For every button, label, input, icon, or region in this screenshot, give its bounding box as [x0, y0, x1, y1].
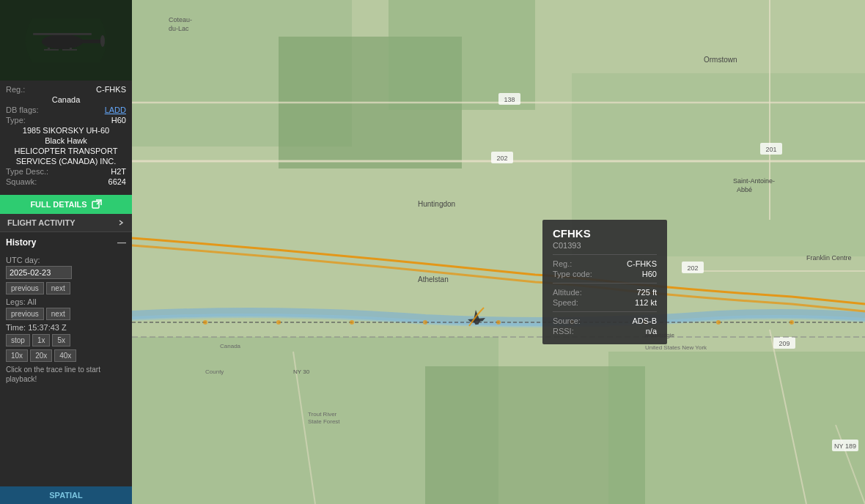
legs-label: Legs: All [6, 297, 126, 306]
popup-reg-label: Reg.: [553, 259, 572, 268]
date-previous-button[interactable]: previous [6, 282, 44, 294]
legs-nav-buttons: previous next [6, 308, 126, 320]
svg-point-1 [42, 34, 83, 49]
popup-alt-label: Altitude: [553, 288, 582, 297]
svg-point-55 [203, 320, 207, 325]
popup-divider-2 [553, 283, 657, 284]
popup-alt-value: 725 ft [636, 288, 657, 297]
legs-next-button[interactable]: next [46, 308, 70, 320]
svg-text:Canada: Canada [220, 343, 241, 349]
svg-text:NY 189: NY 189 [834, 442, 856, 450]
history-collapse-icon[interactable]: — [117, 237, 126, 248]
svg-text:United States   New York: United States New York [645, 344, 707, 351]
popup-type-label: Type code: [553, 270, 592, 278]
popup-rssi-value: n/a [646, 327, 657, 336]
history-header: History — [6, 235, 126, 250]
popup-source-label: Source: [553, 316, 581, 325]
speed-1x-button[interactable]: 1x [32, 334, 51, 346]
date-nav-buttons: previous next [6, 282, 126, 294]
flight-activity-button[interactable]: FLIGHT ACTIVITY [0, 214, 132, 231]
operator2: SERVICES (CANADA) INC. [6, 157, 126, 166]
svg-rect-7 [48, 48, 50, 51]
popup-speed-label: Speed: [553, 298, 578, 307]
svg-point-63 [789, 320, 794, 325]
helicopter-silhouette [22, 18, 110, 62]
svg-text:County: County [205, 368, 224, 375]
svg-text:Franklin Centre: Franklin Centre [806, 254, 852, 262]
speed-40x-button[interactable]: 40x [54, 349, 76, 362]
history-content: UTC day: previous next Legs: All previou… [6, 250, 126, 387]
aircraft-name: 1985 SIKORSKY UH-60 [6, 126, 126, 135]
popup-source-row: Source: ADS-B [553, 316, 657, 325]
popup-divider-1 [553, 254, 657, 255]
reg-row: Reg.: C-FHKS [6, 85, 126, 94]
svg-rect-2 [81, 40, 103, 43]
aircraft-popup: CFHKS C01393 Reg.: C-FHKS Type code: H60… [542, 220, 667, 344]
spatial-label: SPATIAL [49, 491, 82, 500]
svg-point-58 [423, 320, 427, 325]
popup-rssi-row: RSSI: n/a [553, 327, 657, 336]
left-panel: Reg.: C-FHKS Canada DB flags: LADD Type:… [0, 0, 132, 504]
svg-text:Coteau-: Coteau- [169, 16, 192, 23]
full-details-button[interactable]: FULL DETAILS [0, 195, 132, 214]
squawk-value: 6624 [108, 177, 126, 186]
svg-text:Athelstan: Athelstan [418, 275, 449, 284]
history-section: History — UTC day: previous next Legs: A… [0, 231, 132, 390]
playback-note: Click on the trace line to start playbac… [6, 365, 126, 384]
svg-text:201: 201 [765, 146, 776, 153]
svg-rect-4 [33, 33, 92, 35]
svg-text:du-Lac: du-Lac [169, 25, 189, 32]
map-area[interactable]: 202 138 201 202 209 NY 189 NY 30 Ormstow… [132, 0, 865, 504]
operator: HELICOPTER TRANSPORT [6, 147, 126, 155]
popup-type-row: Type code: H60 [553, 270, 657, 278]
squawk-row: Squawk: 6624 [6, 177, 126, 186]
svg-text:209: 209 [778, 340, 789, 347]
type-label: Type: [6, 116, 26, 125]
popup-flight-id: C01393 [553, 241, 657, 250]
stop-button[interactable]: stop [6, 334, 30, 346]
speed-10x-button[interactable]: 10x [6, 349, 28, 362]
flight-activity-label: FLIGHT ACTIVITY [7, 218, 75, 227]
utc-date-input[interactable] [6, 266, 72, 279]
history-label: History [6, 237, 36, 248]
date-next-button[interactable]: next [46, 282, 70, 294]
svg-point-59 [496, 320, 501, 325]
aircraft-image [0, 0, 132, 81]
type-desc-value: H2T [111, 167, 126, 176]
utc-day-label: UTC day: [6, 256, 126, 264]
squawk-label: Squawk: [6, 177, 37, 186]
type-desc-row: Type Desc.: H2T [6, 167, 126, 176]
db-flags-label: DB flags: [6, 105, 39, 114]
external-link-icon [92, 199, 102, 210]
full-details-label: FULL DETAILS [30, 200, 86, 209]
svg-text:202: 202 [687, 264, 698, 272]
svg-text:Abbé: Abbé [737, 186, 752, 193]
popup-alt-row: Altitude: 725 ft [553, 288, 657, 297]
svg-point-62 [716, 320, 721, 325]
speed-5x-button[interactable]: 5x [52, 334, 70, 346]
type-value: H60 [111, 116, 126, 125]
popup-source-value: ADS-B [632, 316, 657, 325]
svg-text:Saint-Antoine-: Saint-Antoine- [733, 177, 775, 185]
spatial-button[interactable]: SPATIAL [0, 486, 132, 504]
svg-rect-5 [44, 49, 59, 51]
popup-reg-value: C-FHKS [627, 259, 657, 268]
aircraft-name2: Black Hawk [6, 136, 126, 145]
popup-type-value: H60 [642, 270, 657, 278]
popup-speed-row: Speed: 112 kt [553, 298, 657, 307]
db-flags-value[interactable]: LADD [105, 105, 126, 114]
svg-text:138: 138 [504, 96, 515, 103]
aircraft-info: Reg.: C-FHKS Canada DB flags: LADD Type:… [0, 81, 132, 192]
popup-callsign: CFHKS [553, 227, 657, 240]
popup-reg-row: Reg.: C-FHKS [553, 259, 657, 268]
svg-text:Trout River: Trout River [308, 411, 337, 418]
popup-speed-value: 112 kt [635, 298, 657, 307]
chevron-right-icon [117, 219, 125, 226]
legs-previous-button[interactable]: previous [6, 308, 44, 320]
speed-20x-button[interactable]: 20x [30, 349, 52, 362]
db-flags-row: DB flags: LADD [6, 105, 126, 114]
svg-point-57 [350, 320, 354, 325]
svg-text:NY 30: NY 30 [293, 368, 310, 375]
playback-speed-buttons-2: 10x 20x 40x [6, 349, 126, 362]
svg-text:State Forest: State Forest [308, 418, 340, 425]
